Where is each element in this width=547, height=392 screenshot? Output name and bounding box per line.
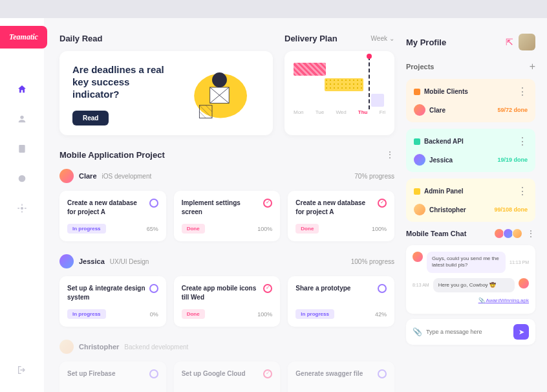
status-badge: In progress xyxy=(295,309,334,319)
project-card[interactable]: Backend API ⋮ Jessica 19/19 done xyxy=(406,129,535,172)
svg-point-0 xyxy=(20,116,23,119)
gantt-bar xyxy=(325,78,363,91)
chat-input[interactable] xyxy=(426,329,509,335)
user-icon[interactable] xyxy=(17,114,27,124)
task-title: Generate swagger file xyxy=(295,369,363,378)
task-title: Share a prototype xyxy=(295,284,350,293)
project-stat: 59/72 done xyxy=(497,107,528,113)
profile-avatar[interactable] xyxy=(519,34,535,50)
task-card[interactable]: Set up & integrate design system In prog… xyxy=(59,276,166,327)
task-status-icon[interactable] xyxy=(263,284,272,293)
gantt-bar xyxy=(294,63,326,76)
task-status-icon[interactable] xyxy=(149,369,158,378)
task-title: Create a new database for project A xyxy=(67,199,145,216)
project-name: Mobile Clients xyxy=(424,88,513,95)
chat-input-bar: 📎 ➤ xyxy=(406,319,535,345)
member-role: iOS development xyxy=(102,173,152,180)
add-project-icon[interactable]: + xyxy=(530,61,535,72)
task-title: Implement settings screen xyxy=(182,199,260,216)
chart-icon[interactable] xyxy=(17,173,27,184)
gantt-chart xyxy=(294,60,385,107)
task-title: Create app mobile icons till Wed xyxy=(182,284,260,301)
member-avatar[interactable] xyxy=(59,169,74,183)
read-button[interactable]: Read xyxy=(72,111,109,125)
project-more-icon[interactable]: ⋮ xyxy=(385,149,394,160)
member-row: Clare iOS development 70% progress xyxy=(59,169,394,183)
profile-title: My Profile xyxy=(406,38,446,47)
settings-icon[interactable] xyxy=(17,203,27,213)
task-percent: 42% xyxy=(375,311,387,318)
project-color-icon xyxy=(414,138,420,145)
document-icon[interactable] xyxy=(17,144,27,154)
project-card[interactable]: Admin Panel ⋮ Christopher 99/108 done xyxy=(406,179,535,222)
svg-point-3 xyxy=(21,207,23,210)
status-badge: In progress xyxy=(67,224,106,234)
brand-logo[interactable]: Teamatic xyxy=(0,26,47,49)
message-text: Here you go, Cowboy 🤠 xyxy=(433,278,515,292)
task-card[interactable]: Share a prototype In progress 42% xyxy=(288,276,394,327)
member-role: Backend development xyxy=(124,343,188,351)
member-role: UX/UI Design xyxy=(110,258,149,265)
message-avatar xyxy=(413,252,423,262)
task-title: Set up Google Cloud xyxy=(182,369,246,378)
task-card[interactable]: Set up Firebase xyxy=(59,362,166,392)
message-time: 11:13 PM xyxy=(509,260,529,265)
project-color-icon xyxy=(414,89,420,95)
project-color-icon xyxy=(414,188,420,195)
task-card[interactable]: Implement settings screen Done 100% xyxy=(174,191,281,241)
task-status-icon[interactable] xyxy=(378,284,387,293)
task-status-icon[interactable] xyxy=(263,199,272,208)
daily-headline: Are deadlines a real key success indicat… xyxy=(72,64,169,100)
daily-read-title: Daily Read xyxy=(59,34,273,43)
task-card[interactable]: Generate swagger file xyxy=(288,362,394,392)
task-percent: 100% xyxy=(257,311,272,318)
task-percent: 65% xyxy=(147,226,158,232)
day-axis: MonTueWedThuFri xyxy=(294,109,385,115)
gantt-bar xyxy=(371,94,384,107)
project-member: Clare xyxy=(429,107,493,114)
project-name: Admin Panel xyxy=(424,188,513,195)
task-card[interactable]: Set up Google Cloud xyxy=(174,362,281,392)
project-more-icon[interactable]: ⋮ xyxy=(517,135,528,147)
task-card[interactable]: Create app mobile icons till Wed Done 10… xyxy=(174,276,281,327)
member-row: Christopher Backend development xyxy=(59,340,394,354)
project-member-avatar xyxy=(414,204,425,215)
member-avatar[interactable] xyxy=(59,340,74,354)
send-button[interactable]: ➤ xyxy=(513,324,529,340)
message-text: Guys, could you send me the latest build… xyxy=(427,252,506,273)
delivery-plan-title: Delivery Plan xyxy=(284,34,338,43)
task-status-icon[interactable] xyxy=(378,199,387,208)
projects-label: Projects xyxy=(406,63,434,71)
project-member-avatar xyxy=(414,154,425,166)
member-row: Jessica UX/UI Design 100% progress xyxy=(59,254,394,268)
daily-read-card: Are deadlines a real key success indicat… xyxy=(59,51,273,135)
project-card[interactable]: Mobile Clients ⋮ Clare 59/72 done xyxy=(406,79,535,122)
task-title: Set up Firebase xyxy=(67,369,115,378)
chat-participants[interactable]: ⋮ xyxy=(497,228,535,239)
chat-title: Mobile Team Chat xyxy=(406,230,466,237)
chat-message: Here you go, Cowboy 🤠 8:13 AM xyxy=(413,278,529,292)
external-link-icon[interactable]: ⇱ xyxy=(506,37,513,47)
chat-more-icon[interactable]: ⋮ xyxy=(526,228,535,239)
attach-icon[interactable]: 📎 xyxy=(413,327,422,336)
range-selector[interactable]: Week ⌄ xyxy=(371,35,394,42)
project-more-icon[interactable]: ⋮ xyxy=(517,185,528,197)
delivery-card: MonTueWedThuFri xyxy=(284,51,394,135)
task-status-icon[interactable] xyxy=(149,284,158,293)
task-card[interactable]: Create a new database for project A In p… xyxy=(59,191,166,241)
message-time: 8:13 AM xyxy=(413,283,429,287)
svg-point-5 xyxy=(212,72,227,87)
task-status-icon[interactable] xyxy=(378,369,387,378)
task-percent: 0% xyxy=(150,311,158,318)
home-icon[interactable] xyxy=(17,84,27,94)
project-member: Jessica xyxy=(429,157,493,164)
attachment-link[interactable]: AwardWinning.apk xyxy=(413,298,529,303)
task-status-icon[interactable] xyxy=(149,199,158,208)
task-status-icon[interactable] xyxy=(263,369,272,378)
project-stat: 19/19 done xyxy=(497,157,528,163)
task-card[interactable]: Create a new database for project A Done… xyxy=(288,191,394,241)
project-more-icon[interactable]: ⋮ xyxy=(517,85,528,98)
logout-icon[interactable] xyxy=(17,365,27,375)
svg-point-2 xyxy=(19,175,26,182)
member-avatar[interactable] xyxy=(59,254,74,268)
